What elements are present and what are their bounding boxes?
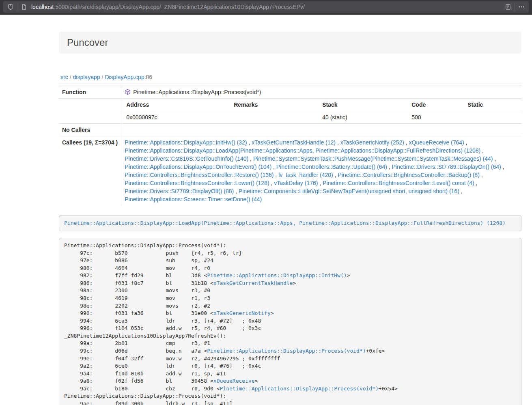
url-host: localhost bbox=[31, 4, 54, 10]
callee-separator: , bbox=[318, 180, 323, 186]
divider bbox=[59, 84, 521, 84]
breadcrumb-separator: / bbox=[68, 74, 73, 80]
callee-separator: , bbox=[459, 188, 463, 194]
disassembly-code: Pinetime::Applications::DisplayApp::Proc… bbox=[59, 238, 521, 405]
callee-separator: , bbox=[274, 172, 278, 178]
callee-separator: , bbox=[247, 139, 252, 146]
loadapp-symbol-link[interactable]: Pinetime::Applications::DisplayApp::Load… bbox=[64, 220, 506, 226]
callee-separator: , bbox=[234, 188, 239, 194]
col-header-code: Code bbox=[407, 99, 463, 111]
breadcrumb-line-number: :86 bbox=[144, 74, 152, 80]
page-actions-ellipsis-icon[interactable] bbox=[518, 4, 525, 10]
function-table: Function Pinetime::Applications::Display… bbox=[59, 86, 521, 205]
stack-value: 40 (static) bbox=[317, 111, 407, 124]
col-header-address: Address bbox=[121, 99, 229, 111]
shield-icon[interactable] bbox=[7, 4, 14, 10]
callee-link[interactable]: Pinetime::Components::LittleVgl::SetNewT… bbox=[239, 188, 459, 194]
callee-link[interactable]: Pinetime::Drivers::Cst816S::GetTouchInfo… bbox=[125, 155, 248, 162]
col-header-static: Static bbox=[463, 99, 521, 111]
callees-label: Callees (19, Σ=3704 ) bbox=[59, 136, 121, 206]
address-table-row: Address Remarks Stack Code Static 0x0000… bbox=[59, 99, 521, 124]
disasm-symbol-link[interactable]: xTaskGetCurrentTaskHandle bbox=[213, 280, 293, 286]
static-value bbox=[463, 111, 521, 124]
no-callers-row: No Callers bbox=[59, 124, 521, 136]
col-header-remarks: Remarks bbox=[229, 99, 317, 111]
app-header: Puncover bbox=[59, 32, 521, 54]
function-row: Function Pinetime::Applications::Display… bbox=[59, 86, 521, 99]
callee-separator: , bbox=[493, 155, 496, 162]
callee-separator: , bbox=[501, 164, 504, 170]
callees-list: Pinetime::Applications::DisplayApp::Init… bbox=[121, 136, 521, 206]
function-label: Function bbox=[59, 86, 121, 99]
callee-separator: , bbox=[271, 164, 276, 170]
disasm-symbol-link[interactable]: Pinetime::Applications::DisplayApp::Init… bbox=[207, 272, 347, 278]
callee-separator: , bbox=[474, 180, 478, 186]
address-table: Address Remarks Stack Code Static 0x0000… bbox=[121, 99, 521, 123]
callee-link[interactable]: Pinetime::Applications::Screens::Timer::… bbox=[125, 196, 262, 202]
callees-row: Callees (19, Σ=3704 ) Pinetime::Applicat… bbox=[59, 136, 521, 206]
breadcrumb: src/displayapp/DisplayApp.cpp:86 bbox=[60, 74, 521, 80]
callee-separator: , bbox=[464, 139, 467, 146]
callee-separator: , bbox=[333, 172, 338, 178]
breadcrumb-separator: / bbox=[100, 74, 105, 80]
callee-link[interactable]: Pinetime::Controllers::BrightnessControl… bbox=[338, 172, 479, 178]
callee-separator: , bbox=[269, 180, 274, 186]
app-title-link[interactable]: Puncover bbox=[67, 37, 108, 48]
no-callers-cell bbox=[121, 124, 521, 136]
callee-link[interactable]: lv_task_handler (420) bbox=[278, 172, 333, 178]
callee-link[interactable]: xTaskGetCurrentTaskHandle (12) bbox=[252, 139, 336, 146]
callee-link[interactable]: Pinetime::Drivers::St7789::DisplayOff() … bbox=[125, 188, 234, 194]
breadcrumb-item-displayapp[interactable]: displayapp bbox=[73, 74, 100, 80]
callee-link[interactable]: Pinetime::Applications::DisplayApp::Load… bbox=[125, 147, 480, 154]
callee-link[interactable]: xQueueReceive (764) bbox=[409, 139, 464, 146]
address-value: 0x0000097c bbox=[121, 111, 229, 124]
reader-mode-icon[interactable] bbox=[505, 4, 511, 10]
callee-link[interactable]: Pinetime::Drivers::St7789::DisplayOn() (… bbox=[392, 164, 501, 170]
disasm-symbol-link[interactable]: Pinetime::Applications::DisplayApp::Proc… bbox=[207, 348, 366, 354]
remarks-value bbox=[229, 111, 317, 124]
callee-link[interactable]: Pinetime::Controllers::BrightnessControl… bbox=[125, 172, 274, 178]
disasm-symbol-link[interactable]: Pinetime::Applications::DisplayApp::Proc… bbox=[220, 386, 379, 392]
toolbar-divider bbox=[17, 4, 17, 11]
callee-link[interactable]: Pinetime::Controllers::BrightnessControl… bbox=[323, 180, 474, 186]
browser-toolbar: localhost :5000/path/src/displayapp/Disp… bbox=[0, 0, 532, 15]
toolbar-divider bbox=[515, 4, 515, 11]
empty-label-cell bbox=[59, 99, 121, 124]
no-callers-label: No Callers bbox=[59, 124, 121, 136]
loadapp-symbol-box: Pinetime::Applications::DisplayApp::Load… bbox=[59, 215, 521, 231]
callee-separator: , bbox=[480, 172, 483, 178]
url-path: :5000/path/src/displayapp/DisplayApp.cpp… bbox=[54, 4, 305, 10]
address-table-data-row: 0x0000097c 40 (static) 500 bbox=[121, 111, 521, 124]
page-icon[interactable] bbox=[21, 4, 27, 10]
callee-separator: , bbox=[387, 164, 392, 170]
disasm-symbol-link[interactable]: xTaskGenericNotify bbox=[213, 310, 271, 316]
callee-link[interactable]: Pinetime::Applications::DisplayApp::OnTo… bbox=[125, 164, 271, 170]
code-value: 500 bbox=[407, 111, 463, 124]
cube-icon bbox=[125, 89, 131, 95]
callee-separator: , bbox=[248, 155, 253, 162]
callee-link[interactable]: Pinetime::System::SystemTask::PushMessag… bbox=[253, 155, 493, 162]
callee-separator: , bbox=[404, 139, 409, 146]
disasm-symbol-link[interactable]: xQueueReceive bbox=[213, 378, 255, 384]
callee-link[interactable]: Pinetime::Controllers::Battery::Update()… bbox=[276, 164, 387, 170]
col-header-stack: Stack bbox=[317, 99, 407, 111]
callee-link[interactable]: vTaskDelay (176) bbox=[274, 180, 318, 186]
function-name: Pinetime::Applications::DisplayApp::Proc… bbox=[133, 89, 261, 95]
breadcrumb-item-file[interactable]: DisplayApp.cpp bbox=[105, 74, 144, 80]
address-table-header: Address Remarks Stack Code Static bbox=[121, 99, 521, 111]
callee-link[interactable]: Pinetime::Applications::DisplayApp::Init… bbox=[125, 139, 247, 146]
callee-separator: , bbox=[480, 147, 484, 154]
callee-separator: , bbox=[336, 139, 340, 146]
callee-link[interactable]: xTaskGenericNotify (252) bbox=[340, 139, 404, 146]
function-name-cell: Pinetime::Applications::DisplayApp::Proc… bbox=[121, 86, 521, 99]
callee-link[interactable]: Pinetime::Controllers::BrightnessControl… bbox=[125, 180, 269, 186]
url-bar[interactable]: localhost :5000/path/src/displayapp/Disp… bbox=[3, 1, 529, 13]
breadcrumb-item-src[interactable]: src bbox=[60, 74, 68, 80]
